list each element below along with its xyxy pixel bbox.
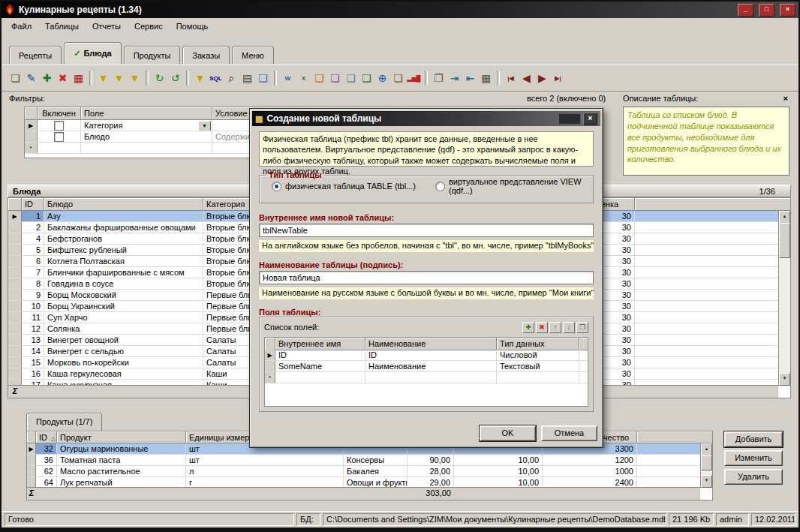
export-word-icon[interactable]: W <box>280 70 296 86</box>
tab-item[interactable]: Продукты <box>124 46 181 64</box>
cancel-button[interactable]: Отмена <box>541 425 597 441</box>
field-row[interactable]: ▶IDIDЧисловой <box>265 350 588 361</box>
filter-checkbox[interactable] <box>54 121 64 131</box>
copy-table-icon[interactable]: ❐ <box>431 70 447 86</box>
table-properties-icon[interactable]: ▦ <box>478 70 494 86</box>
column-header[interactable]: Включен <box>38 107 81 120</box>
scroll-up-icon[interactable]: ▲ <box>779 211 790 224</box>
field-new-row[interactable]: * <box>265 372 588 383</box>
cell-empty <box>635 346 778 357</box>
field-up-icon[interactable]: ↑ <box>549 322 561 333</box>
print-preview-icon[interactable]: ❏ <box>255 70 271 86</box>
edit-product-button[interactable]: Изменить <box>724 450 783 466</box>
dialog-close-button[interactable]: × <box>583 113 597 125</box>
column-header[interactable]: Продукт <box>57 431 186 443</box>
scroll-up-icon[interactable]: ▲ <box>701 443 712 456</box>
import-table-icon[interactable]: ⇥ <box>447 70 462 86</box>
field-row[interactable]: SomeNameНаименованиеТекстовый <box>265 361 588 372</box>
export-html-icon[interactable]: ❏ <box>311 70 327 86</box>
row-marker <box>25 131 38 143</box>
export-rtf-icon[interactable]: ❏ <box>390 70 406 86</box>
column-header[interactable]: ID△ <box>36 431 57 443</box>
menu-item[interactable]: Сервис <box>128 20 170 33</box>
maximize-button[interactable]: □ <box>759 4 774 17</box>
menu-item[interactable]: Таблицы <box>38 20 86 33</box>
scroll-down-icon[interactable]: ▼ <box>779 373 790 386</box>
cell-dish: Борщ Украинский <box>44 301 203 312</box>
cell-field: Блюдо <box>81 131 212 143</box>
export-csv-icon[interactable]: ❏ <box>343 70 359 86</box>
search-icon[interactable]: ⌕ <box>224 70 239 86</box>
chart-icon[interactable]: ▂▅█ <box>406 70 422 86</box>
edit-record-icon[interactable]: ✎ <box>23 70 39 86</box>
table-row[interactable]: 64Лук репчатыйгОвощи и фрукты29,0010,002… <box>27 477 700 488</box>
scroll-down-icon[interactable]: ▼ <box>701 475 712 488</box>
column-header[interactable]: Внутреннее имя <box>275 338 365 350</box>
export-web-icon[interactable]: ⊕ <box>374 70 390 86</box>
add-field-icon[interactable]: ✚ <box>522 322 534 333</box>
dialog-title-bar[interactable]: ▦ Создание новой таблицы × <box>252 111 600 126</box>
internal-name-input[interactable] <box>259 224 594 237</box>
dropdown-button[interactable]: ▼ <box>198 121 211 131</box>
delete-record-icon[interactable]: ✖ <box>55 70 71 86</box>
first-record-icon[interactable]: |◀ <box>503 70 519 86</box>
print-icon[interactable]: ▤ <box>239 70 255 86</box>
next-record-icon[interactable]: ▶ <box>534 70 550 86</box>
dishes-scrollbar[interactable]: ▲ ▼ <box>778 211 790 386</box>
filter-clear-icon[interactable]: ▼ <box>111 70 127 86</box>
products-scrollbar[interactable]: ▲ ▼ <box>700 443 712 488</box>
column-header-marker <box>265 338 275 350</box>
description-close-icon[interactable]: × <box>783 94 788 103</box>
tab-item[interactable]: Заказы <box>182 46 230 64</box>
scroll-thumb[interactable] <box>779 223 790 258</box>
menu-bar: ФайлТаблицыОтчетыСервисПомощь <box>2 18 798 34</box>
ok-button[interactable]: OK <box>480 425 536 441</box>
row-marker <box>8 312 22 323</box>
radio-option[interactable]: виртуальное представление VIEW (qdf...) <box>426 177 590 195</box>
copy-field-icon[interactable]: ❐ <box>576 322 588 333</box>
cell-price: 29,00 <box>408 477 454 488</box>
filter-edit-icon[interactable]: ▼ <box>192 70 208 86</box>
minimize-button[interactable]: _ <box>738 4 753 17</box>
column-header[interactable]: Блюдо <box>44 198 203 211</box>
filter-checkbox[interactable] <box>54 132 64 142</box>
table-row[interactable]: 36Томатная пасташтКонсервы90,0010,001200 <box>27 455 700 466</box>
delete-all-records-icon[interactable]: ▦ <box>71 70 86 86</box>
refresh-all-icon[interactable]: ↺ <box>167 70 183 86</box>
export-excel-icon[interactable]: X <box>296 70 311 86</box>
export-text-icon[interactable]: ❏ <box>359 70 374 86</box>
cell-empty <box>635 256 778 267</box>
new-record-icon[interactable]: ❏ <box>8 70 23 86</box>
close-button[interactable]: × <box>780 4 795 17</box>
column-header[interactable]: Поле <box>81 107 212 120</box>
menu-item[interactable]: Файл <box>5 20 38 33</box>
tab-item[interactable]: Меню <box>232 46 274 64</box>
table-row[interactable]: 62Масло растительноелБакалея28,0010,0010… <box>27 466 700 477</box>
radio-option[interactable]: физическая таблица TABLE (tbl...) <box>263 182 426 191</box>
prev-record-icon[interactable]: ◀ <box>519 70 534 86</box>
tab-products-subtable[interactable]: Продукты (1/7) <box>26 413 102 431</box>
column-header[interactable]: Тип данных <box>497 338 579 350</box>
scroll-thumb[interactable] <box>701 455 712 470</box>
export-xml-icon[interactable]: ❏ <box>327 70 343 86</box>
export-table-icon[interactable]: ⇤ <box>462 70 478 86</box>
caption-input[interactable] <box>259 271 594 284</box>
sql-icon[interactable]: SQL <box>208 70 224 86</box>
cell-field: Категория▼ <box>81 120 212 131</box>
menu-item[interactable]: Отчеты <box>86 20 128 33</box>
delete-product-button[interactable]: Удалить <box>724 469 783 485</box>
tab-item[interactable]: Рецепты <box>9 46 62 64</box>
menu-item[interactable]: Помощь <box>170 20 215 33</box>
delete-field-icon[interactable]: ✖ <box>536 322 548 333</box>
filter-toggle-icon[interactable]: ▼ <box>127 70 143 86</box>
column-header[interactable]: ID <box>22 198 44 211</box>
field-down-icon[interactable]: ↓ <box>563 322 575 333</box>
column-header[interactable]: Наименование <box>365 338 497 350</box>
add-product-button[interactable]: Добавить <box>724 431 783 447</box>
cell-id: 9 <box>22 290 44 301</box>
last-record-icon[interactable]: ▶| <box>550 70 566 86</box>
refresh-icon[interactable]: ↻ <box>152 70 167 86</box>
filter-apply-icon[interactable]: ▼ <box>95 70 111 86</box>
add-record-icon[interactable]: ✚ <box>39 70 55 86</box>
tab-active[interactable]: ✓Блюда <box>64 42 121 64</box>
